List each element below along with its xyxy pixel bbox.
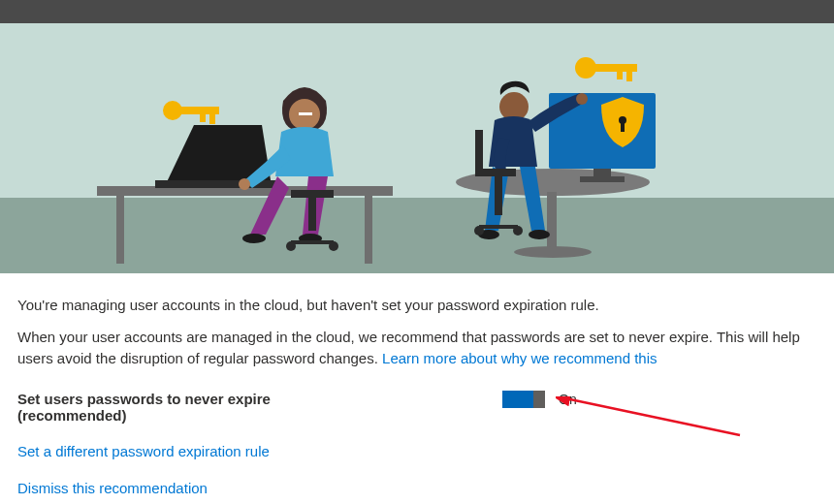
intro-text: You're managing user accounts in the clo… xyxy=(17,297,817,313)
svg-rect-30 xyxy=(580,176,625,182)
svg-point-41 xyxy=(474,226,484,236)
svg-rect-22 xyxy=(594,64,637,72)
svg-rect-3 xyxy=(180,107,219,114)
dismiss-recommendation-link[interactable]: Dismiss this recommendation xyxy=(17,480,208,496)
svg-rect-1 xyxy=(0,198,834,273)
svg-rect-17 xyxy=(308,198,316,231)
svg-point-34 xyxy=(576,93,588,105)
detail-paragraph: When your user accounts are managed in t… xyxy=(17,327,817,369)
svg-point-13 xyxy=(239,178,250,190)
svg-rect-12 xyxy=(299,112,312,115)
svg-rect-7 xyxy=(116,196,124,264)
top-bar xyxy=(0,0,834,23)
learn-more-link[interactable]: Learn more about why we recommend this xyxy=(382,350,657,366)
svg-rect-26 xyxy=(547,192,557,250)
svg-rect-4 xyxy=(209,114,215,124)
svg-point-20 xyxy=(329,241,338,251)
svg-rect-32 xyxy=(621,122,625,132)
svg-point-42 xyxy=(513,226,523,236)
annotation-arrow xyxy=(556,396,750,455)
set-different-rule-link[interactable]: Set a different password expiration rule xyxy=(17,443,270,459)
svg-rect-38 xyxy=(475,130,483,176)
svg-point-36 xyxy=(529,230,550,239)
svg-line-43 xyxy=(565,398,740,435)
svg-rect-16 xyxy=(291,190,334,198)
svg-rect-24 xyxy=(617,72,623,79)
setting-label: Set users passwords to never expire (rec… xyxy=(17,391,328,424)
svg-rect-37 xyxy=(479,169,516,176)
svg-rect-10 xyxy=(155,180,281,188)
svg-rect-5 xyxy=(200,114,206,122)
svg-point-27 xyxy=(514,246,592,258)
svg-point-14 xyxy=(242,234,266,243)
svg-rect-23 xyxy=(626,72,632,81)
svg-rect-8 xyxy=(365,196,372,264)
content-area: You're managing user accounts in the clo… xyxy=(0,273,834,497)
svg-point-2 xyxy=(163,101,182,120)
hero-svg xyxy=(0,23,834,273)
svg-point-21 xyxy=(575,57,596,79)
svg-rect-39 xyxy=(495,176,502,215)
never-expire-toggle[interactable] xyxy=(502,391,545,408)
svg-point-19 xyxy=(286,241,296,251)
hero-illustration xyxy=(0,23,834,273)
toggle-thumb xyxy=(502,391,533,408)
